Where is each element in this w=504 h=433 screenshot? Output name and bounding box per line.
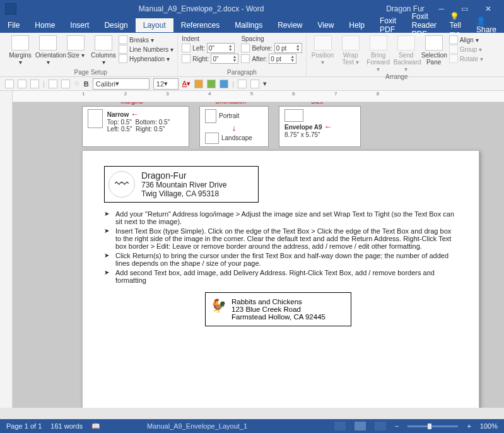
zoom-out-button[interactable]: −	[395, 422, 399, 430]
qat-sep2: ☆	[74, 80, 80, 88]
font-color-button[interactable]: A▾	[182, 80, 190, 88]
rotate-icon	[449, 54, 458, 63]
read-mode-icon[interactable]	[334, 422, 346, 430]
zoom-level[interactable]: 100%	[480, 422, 498, 430]
hyphenation-button[interactable]: Hyphenation ▾	[119, 54, 173, 63]
size-annotation: Size Envelope A9 ← 8.75" x 5.75"	[279, 106, 361, 147]
list-item: Add your "Return" Address logo/image > A…	[114, 210, 457, 225]
qat-icon-4[interactable]	[250, 80, 259, 88]
tab-design[interactable]: Design	[97, 18, 135, 32]
document-title: Manual_A9_Envelope_2.docx - Word	[16, 4, 386, 13]
tab-view[interactable]: View	[310, 18, 342, 32]
margins-button[interactable]: Margins ▾	[8, 35, 33, 66]
orientation-button[interactable]: Orientation ▾	[35, 35, 61, 66]
group-label-paragraph: Paragraph	[227, 68, 257, 76]
qat-more[interactable]: ▾	[263, 80, 267, 88]
tab-home[interactable]: Home	[27, 18, 62, 32]
redo-icon[interactable]	[30, 80, 39, 88]
tab-file[interactable]: File	[0, 18, 27, 32]
group-page-setup: Margins ▾ Orientation ▾ Size ▾ Columns ▾…	[4, 34, 178, 76]
ribbon: Margins ▾ Orientation ▾ Size ▾ Columns ▾…	[0, 33, 504, 77]
landscape-icon	[205, 133, 219, 144]
margins-annotation: Margins Narrow ← Top: 0.5" Bottom: 0.5" …	[82, 106, 189, 147]
size-swatch-icon	[284, 109, 303, 122]
horizontal-ruler[interactable]: 1 2 3 4 5 6 7 8	[13, 91, 504, 102]
size-icon	[67, 35, 85, 50]
tab-mailings[interactable]: Mailings	[227, 18, 270, 32]
group-button[interactable]: Group ▾	[449, 45, 483, 54]
indent-right[interactable]: Right:0"▲▼	[182, 54, 238, 64]
before-icon	[241, 44, 250, 52]
save-icon[interactable]	[5, 80, 14, 88]
position-button[interactable]: Position ▾	[310, 35, 336, 66]
page[interactable]: 〰 Dragon-Fur 736 Mountain River Drive Tw…	[82, 150, 479, 408]
arrow-left-icon: ←	[324, 122, 332, 131]
breaks-button[interactable]: Breaks ▾	[119, 35, 173, 44]
delivery-address: Rabbits and Chickens 123 Blue Creek Road…	[231, 298, 325, 321]
spacing-after[interactable]: After:0 pt▲▼	[241, 54, 302, 64]
instruction-list: Add your "Return" Address logo/image > A…	[104, 210, 457, 284]
share-button[interactable]: 👤 Share	[476, 16, 496, 34]
bringf-icon	[370, 35, 387, 50]
close-icon[interactable]: ✕	[478, 4, 499, 13]
tab-review[interactable]: Review	[270, 18, 310, 32]
orientation-annotation: Orientation Portrait ↓ Landscape	[199, 106, 269, 147]
indent-left[interactable]: Left:0"▲▼	[182, 43, 238, 53]
font-size-select[interactable]: 12 ▾	[153, 78, 179, 90]
tab-insert[interactable]: Insert	[62, 18, 97, 32]
return-address: Dragon-Fur 736 Mountain River Drive Twig…	[141, 170, 226, 198]
undo-icon[interactable]	[18, 80, 26, 88]
color-icon-2[interactable]	[207, 80, 216, 88]
tab-layout[interactable]: Layout	[136, 18, 173, 32]
word-count[interactable]: 161 words	[50, 422, 83, 430]
spacing-header: Spacing	[241, 35, 302, 42]
linenum-icon	[119, 45, 127, 54]
portrait-icon	[205, 109, 216, 123]
tab-references[interactable]: References	[173, 18, 227, 32]
document-area[interactable]: Margins Narrow ← Top: 0.5" Bottom: 0.5" …	[13, 102, 504, 408]
color-icon-1[interactable]	[194, 80, 203, 88]
web-layout-icon[interactable]	[375, 422, 386, 430]
status-filename: Manual_A9_Envelope_Layout_1	[147, 422, 247, 430]
vertical-ruler[interactable]	[0, 91, 13, 408]
line-numbers-button[interactable]: Line Numbers ▾	[119, 45, 173, 54]
after-icon	[241, 54, 250, 63]
selection-pane-button[interactable]: Selection Pane	[421, 35, 447, 66]
selpane-icon	[425, 35, 443, 50]
zoom-slider[interactable]	[407, 425, 458, 427]
color-icon-3[interactable]	[220, 80, 228, 88]
bring-forward-button[interactable]: Bring Forward ▾	[366, 35, 391, 73]
send-backward-button[interactable]: Send Backward ▾	[394, 35, 419, 73]
align-button[interactable]: Align ▾	[449, 35, 483, 44]
print-layout-icon[interactable]	[355, 422, 366, 430]
sendb-icon	[397, 35, 415, 50]
quick-access-toolbar: | ☆ B Calibri ▾ 12 ▾ A▾ | ▾	[0, 77, 504, 91]
zoom-in-button[interactable]: +	[467, 422, 471, 430]
orientation-icon	[39, 35, 57, 50]
qat-icon-1[interactable]	[49, 80, 57, 88]
delivery-address-box[interactable]: 🐓 Rabbits and Chickens 123 Blue Creek Ro…	[205, 292, 351, 326]
tab-foxit[interactable]: Foxit PDF	[372, 14, 404, 37]
list-item: Add second Text box, add image, add Deli…	[114, 269, 457, 284]
qat-icon-2[interactable]	[61, 80, 70, 88]
group-icon	[449, 45, 458, 54]
breaks-icon	[119, 35, 127, 44]
spacing-before[interactable]: Before:0 pt▲▼	[241, 43, 302, 53]
dragon-logo-icon: 〰	[108, 171, 135, 198]
rooster-icon: 🐓	[211, 298, 226, 313]
bold-button[interactable]: B	[84, 80, 89, 88]
rotate-button[interactable]: Rotate ▾	[449, 54, 483, 63]
qat-icon-3[interactable]	[238, 80, 247, 88]
status-bar: Page 1 of 1 161 words 📖 Manual_A9_Envelo…	[0, 419, 504, 433]
size-button[interactable]: Size ▾	[63, 35, 88, 59]
return-address-box[interactable]: 〰 Dragon-Fur 736 Mountain River Drive Tw…	[104, 166, 259, 203]
wrap-text-button[interactable]: Wrap Text ▾	[338, 35, 363, 66]
columns-button[interactable]: Columns ▾	[91, 35, 116, 66]
group-arrange: Position ▾ Wrap Text ▾ Bring Forward ▾ S…	[307, 34, 487, 76]
indent-left-icon	[182, 44, 190, 52]
page-count[interactable]: Page 1 of 1	[6, 422, 42, 430]
tab-help[interactable]: Help	[341, 18, 372, 32]
hyphen-icon	[119, 54, 127, 63]
proofing-icon[interactable]: 📖	[91, 422, 100, 430]
font-select[interactable]: Calibri ▾	[93, 78, 149, 90]
